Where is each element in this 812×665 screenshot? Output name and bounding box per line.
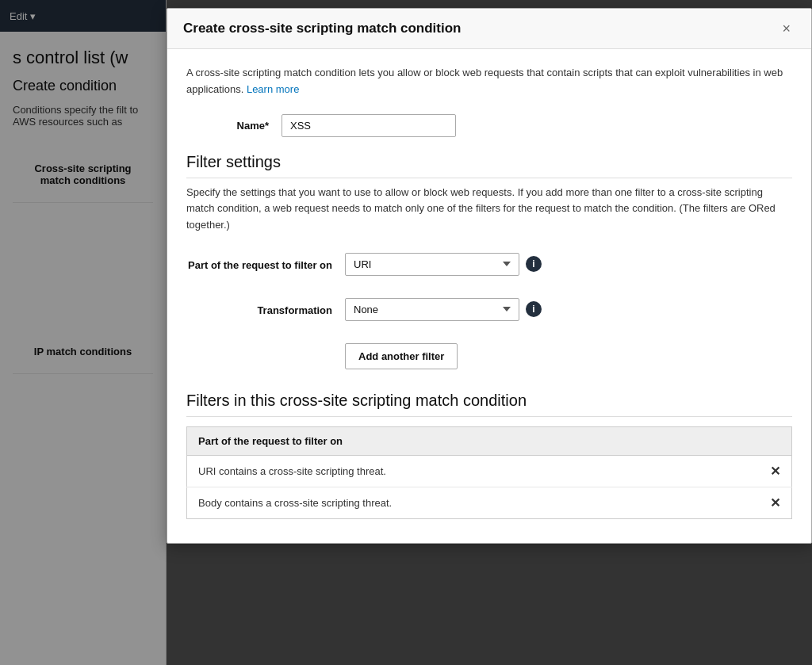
part-of-request-row: Part of the request to filter on URI Que…	[186, 253, 792, 276]
filter-settings-description: Specify the settings that you want to us…	[186, 185, 792, 234]
table-header-row: Part of the request to filter on	[187, 426, 792, 455]
filter-settings-title: Filter settings	[186, 153, 792, 178]
part-info-icon[interactable]: i	[526, 256, 542, 272]
table-row: Body contains a cross-site scripting thr…	[187, 487, 792, 518]
filter-row-delete-cell: ✕	[759, 455, 792, 487]
modal-body: A cross-site scripting match condition l…	[167, 49, 811, 543]
name-field-row: Name*	[186, 114, 792, 137]
transformation-label: Transformation	[186, 298, 345, 318]
name-label: Name*	[186, 120, 282, 132]
filters-table: Part of the request to filter on URI con…	[186, 426, 792, 519]
learn-more-link[interactable]: Learn more	[247, 83, 299, 95]
part-of-request-control: URI Query string Header Method Body i	[345, 253, 542, 276]
transformation-control: None Convert to lowercase HTML decode No…	[345, 298, 542, 321]
add-another-filter-button[interactable]: Add another filter	[345, 343, 458, 369]
delete-filter-0-button[interactable]: ✕	[770, 464, 780, 479]
transformation-select[interactable]: None Convert to lowercase HTML decode No…	[345, 298, 519, 321]
table-row: URI contains a cross-site scripting thre…	[187, 455, 792, 487]
delete-filter-1-button[interactable]: ✕	[770, 495, 780, 510]
modal-close-button[interactable]: ×	[777, 20, 795, 37]
part-of-request-label: Part of the request to filter on	[186, 253, 345, 273]
filter-row-text: URI contains a cross-site scripting thre…	[187, 455, 760, 487]
table-column-header: Part of the request to filter on	[187, 426, 760, 455]
intro-text: A cross-site scripting match condition l…	[186, 65, 792, 98]
filter-row-text: Body contains a cross-site scripting thr…	[187, 487, 760, 518]
name-input[interactable]	[282, 114, 456, 137]
table-action-header	[759, 426, 792, 455]
filter-row-delete-cell: ✕	[759, 487, 792, 518]
transformation-row: Transformation None Convert to lowercase…	[186, 298, 792, 321]
modal-header: Create cross-site scripting match condit…	[167, 9, 811, 49]
modal-dialog: Create cross-site scripting match condit…	[167, 8, 812, 544]
filters-table-title: Filters in this cross-site scripting mat…	[186, 392, 792, 417]
transformation-info-icon[interactable]: i	[526, 301, 542, 317]
modal-title: Create cross-site scripting match condit…	[183, 21, 461, 36]
part-of-request-select[interactable]: URI Query string Header Method Body	[345, 253, 519, 276]
